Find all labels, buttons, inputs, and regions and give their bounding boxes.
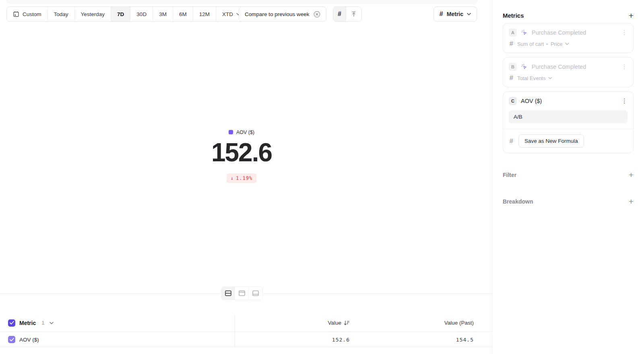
- row-value: 152.6: [332, 337, 350, 343]
- arrow-down-icon: ↓: [231, 175, 234, 181]
- layout-view-toggle: [221, 286, 263, 300]
- compare-label: Compare to previous week: [245, 11, 310, 17]
- big-number-chart: AOV ($) 152.6 ↓ 1.19%: [0, 129, 483, 183]
- date-preset-7d[interactable]: 7D: [111, 7, 130, 21]
- metric-column-header[interactable]: Metric: [19, 320, 36, 326]
- measure-selector[interactable]: Sum of cart ▸ Price: [517, 41, 569, 47]
- date-preset-12m[interactable]: 12M: [193, 7, 216, 21]
- table-header-row: Metric 1 Value Value (Past): [0, 314, 492, 332]
- kebab-menu-icon[interactable]: ⋮: [621, 30, 627, 35]
- calendar-icon: [13, 11, 19, 17]
- chart-only-view-button[interactable]: [235, 287, 249, 300]
- legend-swatch: [229, 130, 233, 134]
- hash-icon: #: [510, 40, 513, 47]
- table-only-view-button[interactable]: [249, 287, 262, 300]
- chevron-down-icon: [548, 77, 552, 79]
- hash-icon: #: [510, 138, 513, 145]
- metric-letter-badge: C: [509, 97, 517, 105]
- add-filter-button[interactable]: +: [629, 172, 634, 178]
- arrow-up-bar-icon: [351, 11, 357, 17]
- breadcrumb-arrow-icon: ▸: [546, 42, 548, 46]
- filter-section-header: Filter +: [503, 172, 634, 178]
- hash-icon: #: [440, 10, 443, 18]
- delta-value: 1.19%: [236, 175, 252, 181]
- add-breakdown-button[interactable]: +: [629, 198, 634, 205]
- check-icon: [10, 321, 14, 325]
- metric-event-name[interactable]: Purchase Completed: [532, 29, 617, 36]
- table-row[interactable]: AOV ($) 152.6 154.5: [0, 332, 492, 347]
- chevron-down-icon: [565, 43, 569, 45]
- metric-letter-badge: A: [509, 29, 517, 37]
- value-mode-toggle: #: [333, 6, 362, 22]
- add-metric-button[interactable]: +: [629, 12, 634, 19]
- date-range-selector: Custom Today Yesterday 7D 30D 3M 6M 12M …: [6, 6, 247, 22]
- date-preset-today[interactable]: Today: [48, 7, 75, 21]
- metrics-section-header: Metrics +: [503, 12, 634, 19]
- date-preset-label: Custom: [23, 11, 41, 17]
- date-preset-6m[interactable]: 6M: [173, 7, 193, 21]
- date-preset-30d[interactable]: 30D: [130, 7, 153, 21]
- sort-descending-icon[interactable]: [344, 320, 350, 326]
- report-toolbar: Custom Today Yesterday 7D 30D 3M 6M 12M …: [6, 6, 485, 22]
- formula-input[interactable]: A/B: [509, 110, 627, 123]
- cumulative-mode-button[interactable]: [346, 7, 361, 21]
- split-view-icon: [225, 290, 232, 296]
- formula-metric-name[interactable]: AOV ($): [521, 98, 617, 104]
- metric-letter-badge: B: [509, 63, 517, 71]
- row-checkbox[interactable]: [8, 336, 15, 343]
- app-root: Custom Today Yesterday 7D 30D 3M 6M 12M …: [0, 0, 644, 354]
- check-icon: [10, 338, 14, 342]
- top-panel-view-icon: [238, 290, 246, 296]
- metric-card-a[interactable]: A Purchase Completed ⋮ # Sum of cart ▸ P…: [503, 23, 634, 53]
- breakdown-section-header: Breakdown +: [503, 198, 634, 205]
- chevron-down-icon: [467, 13, 471, 15]
- compare-pill[interactable]: Compare to previous week: [239, 6, 326, 22]
- measure-selector[interactable]: Total Events: [517, 75, 552, 81]
- chevron-down-icon[interactable]: [50, 322, 54, 324]
- split-view-button[interactable]: [221, 287, 235, 300]
- metric-type-button[interactable]: # Metric: [433, 6, 477, 22]
- metric-big-value: 152.6: [0, 139, 483, 166]
- row-value-past: 154.5: [456, 337, 474, 343]
- kebab-menu-icon[interactable]: ⋮: [621, 64, 627, 70]
- scrolled-card-edge: [6, 0, 477, 4]
- value-past-column-header[interactable]: Value (Past): [444, 320, 474, 326]
- absolute-value-mode-button[interactable]: #: [333, 7, 346, 21]
- date-preset-yesterday[interactable]: Yesterday: [75, 7, 111, 21]
- filter-section-title: Filter: [503, 172, 516, 178]
- kebab-menu-icon[interactable]: ⋮: [621, 98, 627, 104]
- row-metric-name: AOV ($): [19, 337, 39, 343]
- event-cursor-icon: [521, 64, 528, 70]
- chart-legend[interactable]: AOV ($): [229, 130, 254, 135]
- save-as-new-formula-button[interactable]: Save as New Formula: [518, 134, 584, 148]
- hash-icon: #: [338, 10, 341, 18]
- close-circle-icon[interactable]: [314, 11, 320, 18]
- date-preset-custom[interactable]: Custom: [7, 7, 48, 21]
- delta-badge[interactable]: ↓ 1.19%: [227, 173, 256, 183]
- breakdown-section-title: Breakdown: [503, 198, 533, 205]
- value-column-header[interactable]: Value: [328, 320, 341, 326]
- card-divider: [503, 129, 633, 129]
- metric-type-label: Metric: [447, 11, 463, 17]
- legend-label: AOV ($): [236, 130, 254, 135]
- main-panel: Custom Today Yesterday 7D 30D 3M 6M 12M …: [0, 0, 492, 354]
- event-cursor-icon: [521, 29, 528, 36]
- metric-card-c[interactable]: C AOV ($) ⋮ A/B # Save as New Formula: [503, 91, 634, 153]
- query-builder-sidebar: Metrics + A Purchase Completed ⋮ # Sum o…: [492, 0, 644, 354]
- metrics-section-title: Metrics: [503, 12, 524, 19]
- metric-card-b[interactable]: B Purchase Completed ⋮ # Total Events: [503, 57, 634, 87]
- select-all-checkbox[interactable]: [8, 319, 15, 327]
- metric-event-name[interactable]: Purchase Completed: [532, 64, 617, 70]
- bottom-panel-view-icon: [252, 290, 259, 296]
- metric-count: 1: [41, 320, 45, 326]
- hash-icon: #: [510, 74, 513, 82]
- date-preset-3m[interactable]: 3M: [153, 7, 173, 21]
